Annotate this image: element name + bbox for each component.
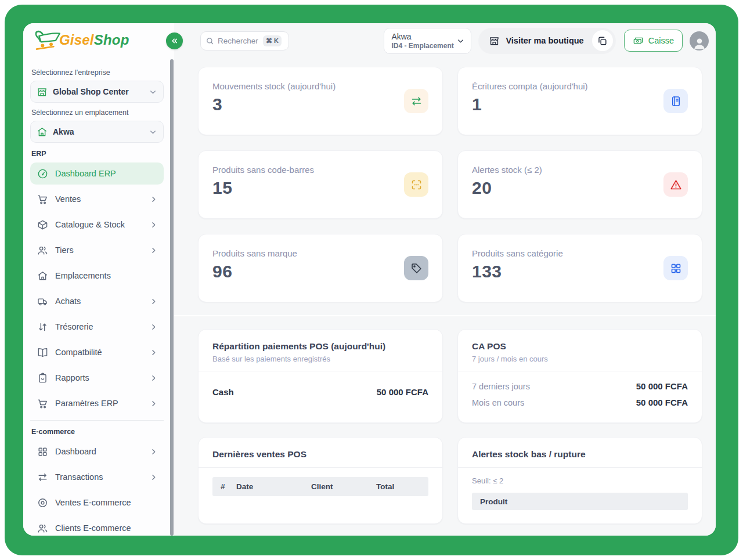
sidebar-item-compatbilite[interactable]: Compatbilité	[30, 341, 164, 363]
sidebar-item-label: Catalogue & Stock	[55, 220, 149, 229]
column-client: Client	[311, 482, 376, 491]
search-shortcut-badge: ⌘ K	[263, 35, 282, 46]
payments-distribution-card: Répartition paiements POS (aujourd'hui) …	[198, 329, 443, 423]
sidebar-item-rapports[interactable]: Rapports	[30, 367, 164, 389]
main-area: ⌘ K Akwa ID4 - Emplacement Visiter ma bo…	[174, 23, 716, 536]
home-icon	[37, 127, 48, 138]
target-icon	[37, 497, 48, 508]
home-icon	[37, 270, 48, 281]
ca-row-month: Mois en cours 50 000 FCFA	[472, 398, 688, 407]
column-total: Total	[376, 482, 424, 491]
stock-alerts-card: Alertes stock bas / rupture Seuil: ≤ 2 P…	[457, 437, 702, 524]
sidebar-item-label: Rapports	[55, 373, 149, 382]
sidebar-item-emplacements[interactable]: Emplacements	[30, 265, 164, 287]
location-dropdown[interactable]: Akwa ID4 - Emplacement	[384, 28, 471, 54]
threshold-label: Seuil: ≤ 2	[472, 476, 688, 485]
transfer-icon	[37, 472, 48, 483]
sidebar-item-clients-ecommerce[interactable]: Clients E-commerce	[30, 517, 164, 536]
stat-value: 96	[212, 262, 428, 281]
visit-store-button[interactable]: Visiter ma boutique	[478, 28, 615, 54]
chevron-right-icon	[149, 246, 158, 255]
sidebar-item-parametres-erp[interactable]: Paramètres ERP	[30, 392, 164, 414]
card-title: CA POS	[472, 341, 688, 352]
chevron-right-icon	[149, 399, 158, 408]
chevron-right-icon	[149, 447, 158, 456]
stat-value: 133	[472, 262, 688, 281]
brand-logo[interactable]: GiselShop	[23, 23, 174, 57]
stat-value: 20	[472, 178, 688, 198]
sidebar-item-catalogue-stock[interactable]: Catalogue & Stock	[30, 214, 164, 236]
chevron-down-icon	[149, 128, 157, 136]
sidebar-item-label: Dashboard	[55, 447, 149, 456]
chevron-right-icon	[149, 221, 158, 229]
truck-icon	[37, 296, 48, 307]
card-subtitle: 7 jours / mois en cours	[472, 355, 688, 363]
copy-store-link-button[interactable]	[592, 30, 613, 51]
visit-store-label: Visiter ma boutique	[506, 36, 583, 45]
sidebar-item-dashboard-ecommerce[interactable]: Dashboard	[30, 440, 164, 463]
cart-icon	[37, 398, 48, 409]
notebook-icon	[663, 89, 688, 113]
location-select[interactable]: Akwa	[30, 121, 164, 143]
chevron-right-icon	[149, 323, 158, 331]
ca-amount: 50 000 FCFA	[636, 381, 688, 391]
store-icon	[37, 86, 48, 97]
sidebar-item-label: Dashboard ERP	[55, 169, 158, 178]
banknote-icon	[633, 35, 644, 46]
sidebar: GiselShop Sélectionnez l'entreprise Glob…	[23, 23, 174, 536]
sidebar-item-achats[interactable]: Achats	[30, 290, 164, 312]
column-date: Date	[236, 482, 311, 491]
stat-label: Produits sans marque	[212, 248, 428, 258]
window-frame: GiselShop Sélectionnez l'entreprise Glob…	[5, 5, 738, 555]
location-dropdown-value: Akwa	[391, 32, 456, 41]
sales-table-header: # Date Client Total	[212, 477, 428, 496]
location-select-value: Akwa	[53, 127, 149, 136]
users-icon	[37, 523, 48, 534]
user-avatar[interactable]	[690, 31, 709, 50]
cashier-button[interactable]: Caisse	[624, 30, 683, 52]
stat-card-produits-sans-marque: Produits sans marque 96	[198, 234, 443, 302]
card-title: Dernières ventes POS	[212, 449, 428, 460]
company-select[interactable]: Global Shop Center	[30, 81, 164, 103]
brand-name: GiselShop	[59, 32, 129, 48]
latest-pos-sales-card: Dernières ventes POS # Date Client Total	[198, 437, 443, 524]
ca-pos-card: CA POS 7 jours / mois en cours 7 dernier…	[457, 329, 702, 423]
sidebar-item-tresorerie[interactable]: Trésorerie	[30, 316, 164, 338]
alerts-table-header: Produit	[472, 493, 688, 510]
stat-card-alertes-stock: Alertes stock (≤ 2) 20	[457, 150, 702, 219]
location-dropdown-subtitle: ID4 - Emplacement	[391, 42, 456, 50]
card-title: Répartition paiements POS (aujourd'hui)	[212, 341, 428, 352]
brand-name-second: Shop	[94, 32, 129, 48]
scan-icon	[404, 172, 428, 197]
card-subtitle: Basé sur les paiements enregistrés	[212, 355, 428, 363]
stat-card-produits-sans-code-barres: Produits sans code-barres 15	[198, 150, 443, 219]
chevron-down-icon	[149, 88, 157, 96]
sidebar-item-transactions[interactable]: Transactions	[30, 466, 164, 488]
card-title: Alertes stock bas / rupture	[472, 449, 688, 460]
sidebar-scroll-area: Sélectionnez l'entreprise Global Shop Ce…	[23, 57, 174, 536]
alert-triangle-icon	[663, 172, 688, 197]
sidebar-item-ventes-ecommerce[interactable]: Ventes E-commerce	[30, 492, 164, 514]
gauge-icon	[37, 168, 48, 179]
sidebar-item-ventes[interactable]: Ventes	[30, 188, 164, 210]
search-box[interactable]: ⌘ K	[200, 31, 289, 50]
store-icon	[489, 35, 500, 46]
search-input[interactable]	[218, 37, 263, 45]
sidebar-item-dashboard-erp[interactable]: Dashboard ERP	[30, 162, 164, 185]
sidebar-item-label: Trésorerie	[55, 322, 149, 331]
chevron-right-icon	[149, 348, 158, 357]
sidebar-item-label: Ventes E-commerce	[55, 498, 158, 507]
search-icon	[205, 37, 214, 45]
tag-icon	[404, 256, 428, 280]
sidebar-scrollbar[interactable]	[170, 59, 174, 536]
stat-label: Écritures compta (aujourd'hui)	[472, 81, 688, 91]
package-icon	[37, 219, 48, 230]
ca-period: Mois en cours	[472, 398, 524, 407]
stat-label: Alertes stock (≤ 2)	[472, 165, 688, 175]
sidebar-item-label: Clients E-commerce	[55, 523, 158, 533]
column-produit: Produit	[480, 497, 507, 506]
sidebar-collapse-button[interactable]	[166, 32, 183, 49]
sidebar-item-tiers[interactable]: Tiers	[30, 239, 164, 261]
stat-card-mouvements-stock: Mouvements stock (aujourd'hui) 3	[198, 67, 443, 135]
arrows-up-down-icon	[37, 321, 48, 333]
